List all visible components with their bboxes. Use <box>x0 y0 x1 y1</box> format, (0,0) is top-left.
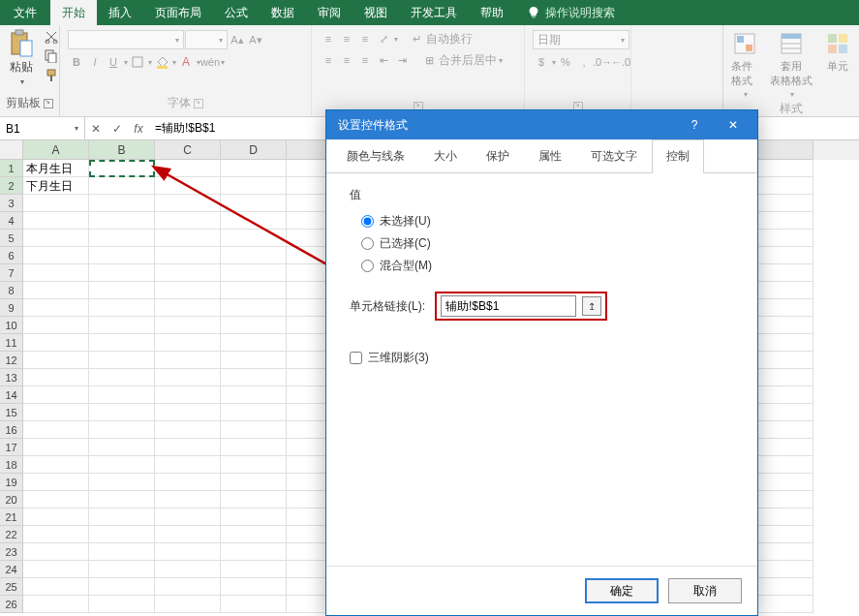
percent-button[interactable]: % <box>557 53 574 71</box>
decrease-font-button[interactable]: A▾ <box>247 31 264 48</box>
tab-protect[interactable]: 保护 <box>472 139 524 173</box>
increase-decimal-button[interactable]: .0→ <box>594 53 611 71</box>
cell[interactable] <box>221 160 287 177</box>
tab-review[interactable]: 审阅 <box>306 0 353 25</box>
cell[interactable] <box>89 160 155 177</box>
cell[interactable] <box>155 212 221 230</box>
row-header-13[interactable]: 13 <box>0 369 23 386</box>
cell[interactable] <box>23 352 89 369</box>
row-header-2[interactable]: 2 <box>0 177 23 195</box>
tab-file[interactable]: 文件 <box>0 0 50 25</box>
align-top-button[interactable]: ≡ <box>320 30 337 47</box>
cell[interactable] <box>89 439 155 456</box>
cell[interactable] <box>221 299 287 317</box>
font-launcher[interactable] <box>194 99 203 108</box>
tab-data[interactable]: 数据 <box>260 0 306 25</box>
cell[interactable] <box>221 247 287 264</box>
cell[interactable] <box>23 491 89 508</box>
cell[interactable] <box>221 334 287 352</box>
row-header-16[interactable]: 16 <box>0 421 23 439</box>
cell[interactable] <box>221 212 287 230</box>
orientation-button[interactable]: ⤢ <box>375 30 392 47</box>
cell[interactable] <box>23 247 89 264</box>
cell[interactable] <box>23 230 89 247</box>
cell[interactable] <box>23 421 89 439</box>
conditional-format-button[interactable]: 条件格式▾ <box>727 28 762 101</box>
tab-alt-text[interactable]: 可选文字 <box>576 139 652 173</box>
select-all-corner[interactable] <box>0 140 23 160</box>
cell-styles-button[interactable]: 单元 <box>820 28 855 76</box>
radio-mixed-input[interactable] <box>361 260 374 272</box>
name-box[interactable]: B1▾ <box>0 117 85 139</box>
cell[interactable] <box>23 317 89 334</box>
cell[interactable] <box>155 561 221 578</box>
merge-button[interactable]: ⊞ <box>420 51 438 69</box>
dialog-help-button[interactable]: ? <box>678 112 711 138</box>
clipboard-launcher[interactable] <box>44 99 53 108</box>
phonetic-button[interactable]: wén <box>201 53 219 71</box>
cell[interactable] <box>89 561 155 578</box>
cell[interactable] <box>89 282 155 299</box>
row-header-11[interactable]: 11 <box>0 334 23 352</box>
tab-control[interactable]: 控制 <box>652 139 704 173</box>
col-header-B[interactable]: B <box>89 140 155 160</box>
align-middle-button[interactable]: ≡ <box>338 30 355 47</box>
cell[interactable] <box>155 317 221 334</box>
tab-properties[interactable]: 属性 <box>524 139 576 173</box>
row-header-10[interactable]: 10 <box>0 317 23 334</box>
cell[interactable] <box>155 386 221 404</box>
tab-view[interactable]: 视图 <box>353 0 399 25</box>
increase-font-button[interactable]: A▴ <box>229 31 246 48</box>
tab-formulas[interactable]: 公式 <box>213 0 260 25</box>
cell[interactable] <box>221 282 287 299</box>
cell[interactable] <box>23 404 89 421</box>
cell[interactable] <box>89 352 155 369</box>
cell[interactable] <box>155 369 221 386</box>
cell[interactable] <box>155 264 221 282</box>
cell[interactable] <box>221 561 287 578</box>
cell[interactable]: 本月生日 <box>23 160 89 177</box>
font-name-combo[interactable]: ▾ <box>68 30 184 49</box>
cell[interactable] <box>89 404 155 421</box>
cell[interactable] <box>155 299 221 317</box>
cell[interactable] <box>23 474 89 491</box>
row-header-19[interactable]: 19 <box>0 474 23 491</box>
shadow-checkbox[interactable] <box>350 352 362 364</box>
cell[interactable] <box>23 526 89 543</box>
cell[interactable] <box>89 491 155 508</box>
cell[interactable] <box>155 508 221 526</box>
row-header-7[interactable]: 7 <box>0 264 23 282</box>
format-painter-button[interactable] <box>43 67 60 84</box>
cell[interactable] <box>23 578 89 596</box>
radio-checked[interactable]: 已选择(C) <box>361 235 734 252</box>
row-header-21[interactable]: 21 <box>0 508 23 526</box>
cell[interactable] <box>89 596 155 613</box>
collapse-dialog-button[interactable]: ↥ <box>582 296 601 316</box>
cell[interactable] <box>221 508 287 526</box>
cell[interactable] <box>89 508 155 526</box>
cell[interactable] <box>155 578 221 596</box>
cell[interactable] <box>221 543 287 561</box>
row-header-26[interactable]: 26 <box>0 596 23 613</box>
format-as-table-button[interactable]: 套用 表格格式▾ <box>766 28 816 101</box>
cell[interactable] <box>155 160 221 177</box>
wrap-text-button[interactable]: ↵ <box>408 30 425 47</box>
cell[interactable] <box>221 404 287 421</box>
row-header-24[interactable]: 24 <box>0 561 23 578</box>
cell[interactable] <box>221 264 287 282</box>
cell[interactable] <box>23 195 89 212</box>
cell[interactable] <box>89 177 155 195</box>
decrease-decimal-button[interactable]: ←.0 <box>612 53 629 71</box>
cell[interactable] <box>23 334 89 352</box>
cell[interactable] <box>155 596 221 613</box>
accounting-button[interactable]: $ <box>533 53 550 71</box>
row-header-15[interactable]: 15 <box>0 404 23 421</box>
row-header-23[interactable]: 23 <box>0 543 23 561</box>
cell[interactable] <box>23 561 89 578</box>
cell[interactable] <box>221 177 287 195</box>
cell[interactable] <box>23 596 89 613</box>
cell[interactable] <box>89 299 155 317</box>
cell[interactable] <box>89 543 155 561</box>
ok-button[interactable]: 确定 <box>585 578 659 603</box>
cell[interactable] <box>221 439 287 456</box>
